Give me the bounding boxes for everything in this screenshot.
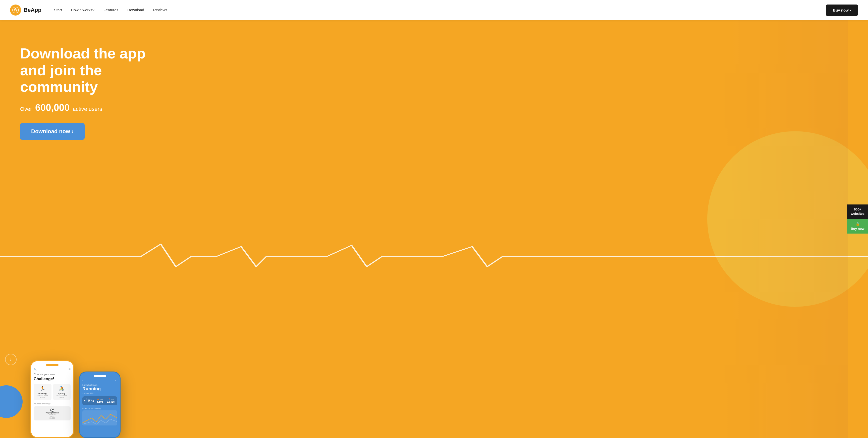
challenge-card-running[interactable]: 🏃 Running 120,000 active users bbox=[34, 384, 52, 400]
phone-2-stats: ⏱ Time 01:23:39 🔥 kcal 3,596 📍 Km 12,315 bbox=[82, 396, 117, 405]
phone-1-search-icon: 🔍 bbox=[34, 368, 36, 371]
running-sub: 120,000 active users bbox=[35, 395, 50, 398]
running-label: Running bbox=[35, 392, 50, 395]
nav-reviews[interactable]: Reviews bbox=[153, 8, 167, 12]
football-icon: ⚽ bbox=[35, 408, 69, 412]
stat-time: ⏱ Time 01:23:39 bbox=[84, 398, 94, 403]
phone-2-notch bbox=[94, 375, 106, 377]
phone-1-menu-icon: ☰ bbox=[68, 368, 70, 371]
right-float-widget: 600+ websites 🔒 Buy now bbox=[847, 204, 868, 234]
phone-mockup-1: 🔍 ☰ Choose your new Challenge! 🏃 Running… bbox=[30, 360, 74, 438]
stat-km: 📍 Km 12,315 bbox=[106, 398, 116, 403]
nav-start[interactable]: Start bbox=[54, 8, 62, 12]
last-challenge-football: ⚽ Playing football 00:48:53 1,493 10,905 bbox=[34, 406, 70, 420]
download-now-button[interactable]: Download now › bbox=[20, 123, 85, 140]
stat-time-val: 01:23:39 bbox=[84, 400, 94, 403]
phone-2-subtitle: Last challenge, bbox=[82, 384, 117, 386]
phone-2-chart-label: Graph of your activity bbox=[82, 407, 117, 409]
phone-2-back-icon[interactable]: ‹ bbox=[82, 379, 83, 382]
cycling-sub: 46,000 active users bbox=[55, 395, 69, 398]
nav-download[interactable]: Download bbox=[127, 8, 144, 12]
stat-kcal-label: 🔥 kcal bbox=[95, 398, 105, 400]
logo[interactable]: BeApp bbox=[10, 4, 41, 15]
runner-image bbox=[722, 0, 848, 438]
challenge-card-cycling[interactable]: 🚴 Cycling 46,000 active users bbox=[53, 384, 71, 400]
cycling-label: Cycling bbox=[55, 392, 69, 395]
phone-mockup-2: ‹ ⋯ Last challenge, Running 23 June 2022… bbox=[79, 372, 121, 438]
subtitle-number: 600,000 bbox=[35, 102, 69, 113]
cycling-icon: 🚴 bbox=[55, 386, 69, 391]
hero-content: Download the app and join the community … bbox=[0, 20, 176, 155]
scroll-down-button[interactable]: ↓ bbox=[5, 354, 17, 365]
phone-1-challenge-intro: Choose your new bbox=[34, 373, 70, 376]
stat-kcal: 🔥 kcal 3,596 bbox=[95, 398, 105, 403]
float-buy-label: Buy now bbox=[851, 227, 864, 231]
hero-section: ↓ Download the app and join the communit… bbox=[0, 0, 868, 438]
navbar: BeApp Start How it works? Features Downl… bbox=[0, 0, 868, 20]
float-lock-icon: 🔒 bbox=[856, 222, 860, 226]
running-icon: 🏃 bbox=[35, 386, 50, 391]
phone-2-title: Running bbox=[82, 386, 117, 392]
hero-subtitle: Over 600,000 active users bbox=[20, 102, 156, 113]
phone-2-chart bbox=[82, 410, 117, 426]
phone-2-more-icon: ⋯ bbox=[115, 379, 117, 382]
stat-km-val: 12,315 bbox=[106, 400, 116, 403]
nav-features[interactable]: Features bbox=[103, 8, 118, 12]
stat-kcal-val: 3,596 bbox=[95, 400, 105, 403]
float-buy-now-button[interactable]: 🔒 Buy now bbox=[847, 219, 868, 234]
buy-now-button[interactable]: Buy now › bbox=[826, 4, 858, 16]
float-number: 600+ bbox=[851, 207, 865, 212]
phone-1-challenge-cards: 🏃 Running 120,000 active users 🚴 Cycling… bbox=[34, 384, 70, 400]
logo-text: BeApp bbox=[24, 7, 41, 13]
subtitle-prefix: Over bbox=[20, 106, 32, 112]
float-top: 600+ websites bbox=[847, 204, 868, 219]
phones-container: 🔍 ☰ Choose your new Challenge! 🏃 Running… bbox=[30, 360, 121, 438]
phone-2-screen: ‹ ⋯ Last challenge, Running 23 June 2022… bbox=[80, 372, 120, 437]
phone-2-header: ‹ ⋯ bbox=[82, 379, 117, 382]
phone-1-notch bbox=[46, 364, 59, 366]
hero-title: Download the app and join the community bbox=[20, 45, 156, 95]
phone-2-date: 23 June 2022 bbox=[82, 392, 117, 394]
last-challenge-label: Your last challenge bbox=[34, 403, 70, 405]
stat-km-label: 📍 Km bbox=[106, 398, 116, 400]
stat-time-label: ⏱ Time bbox=[84, 398, 94, 400]
nav-links: Start How it works? Features Download Re… bbox=[54, 8, 826, 12]
blue-blob-decoration bbox=[0, 385, 23, 418]
phone-1-header: 🔍 ☰ bbox=[34, 368, 70, 371]
nav-how-it-works[interactable]: How it works? bbox=[71, 8, 94, 12]
logo-icon bbox=[10, 4, 21, 15]
phone-1-challenge-heading: Challenge! bbox=[34, 377, 70, 381]
football-label: Playing football bbox=[35, 412, 69, 414]
last-challenge-items: ⚽ Playing football 00:48:53 1,493 10,905 bbox=[34, 406, 70, 420]
phone-1-screen: 🔍 ☰ Choose your new Challenge! 🏃 Running… bbox=[31, 361, 73, 437]
subtitle-suffix: active users bbox=[73, 106, 102, 112]
float-websites-label: websites bbox=[851, 212, 865, 216]
